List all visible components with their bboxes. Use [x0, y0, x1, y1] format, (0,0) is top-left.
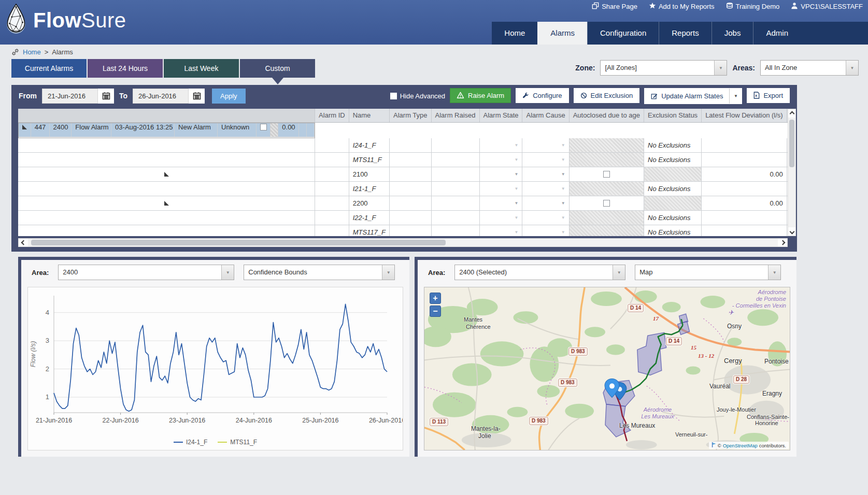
openstreetmap-link[interactable]: OpenStreetMap	[723, 443, 758, 448]
scrollbar-thumb[interactable]	[31, 240, 446, 245]
nav-tab-configuration[interactable]: Configuration	[587, 22, 659, 45]
openstreetmap-view[interactable]: D 14D 14D 983D 983D 983D 28D 113171513 -…	[424, 287, 790, 450]
chevron-down-icon[interactable]: ▼	[613, 265, 625, 280]
column-header[interactable]: Alarm State	[479, 109, 522, 122]
chart-view-select[interactable]: Confidence Bounds ▼	[244, 265, 395, 280]
zone-select[interactable]: [All Zones] ▼	[600, 60, 727, 76]
row-expander[interactable]	[18, 210, 315, 225]
zoom-in-button[interactable]: +	[430, 293, 441, 304]
breadcrumb-home-link[interactable]: Home	[23, 48, 41, 56]
zoom-out-button[interactable]: −	[430, 305, 441, 317]
chevron-down-icon[interactable]: ▼	[382, 265, 394, 280]
to-date-field[interactable]: 26-Jun-2016	[133, 89, 205, 104]
chevron-down-icon[interactable]: ▼	[515, 167, 519, 181]
toolbar-button-configure[interactable]: Configure	[516, 88, 568, 103]
chevron-down-icon[interactable]: ▼	[561, 153, 565, 167]
column-header[interactable]: Alarm Cause	[522, 109, 569, 122]
grid-vertical-scrollbar[interactable]	[788, 109, 796, 236]
legend-item-MTS11_F[interactable]: MTS11_F	[218, 439, 257, 446]
cell-alarm-cause[interactable]: ▼	[522, 210, 569, 225]
cell-alarm-cause[interactable]: ▼	[522, 181, 569, 196]
chart-area-select[interactable]: 2400 ▼	[58, 265, 234, 280]
alarm-row-MTS117_F[interactable]: MTS117_F▼▼No Exclusions	[18, 225, 788, 236]
chevron-down-icon[interactable]: ▼	[515, 211, 519, 225]
chevron-down-icon[interactable]: ▼	[561, 182, 565, 196]
toolbar-button-edit-exclusion[interactable]: Edit Exclusion	[574, 88, 640, 103]
checkbox[interactable]	[603, 171, 610, 178]
calendar-icon[interactable]	[98, 89, 114, 104]
grid-horizontal-scrollbar[interactable]	[18, 238, 788, 247]
chevron-down-icon[interactable]: ▼	[515, 138, 519, 152]
map-view-select[interactable]: Map ▼	[635, 265, 781, 280]
chevron-down-icon[interactable]: ▼	[561, 225, 565, 237]
scroll-left-button[interactable]	[19, 239, 28, 246]
column-header[interactable]: Latest Flow Deviation (l/s)	[702, 109, 787, 122]
header-link-add-reports[interactable]: Add to My Reports	[649, 2, 715, 11]
header-link-environment[interactable]: Training Demo	[726, 2, 780, 11]
cell-alarm-state[interactable]: ▼	[479, 196, 522, 210]
calendar-icon[interactable]	[189, 89, 205, 104]
nav-tab-alarms[interactable]: Alarms	[537, 22, 587, 45]
alarm-row-2100[interactable]: 2100▼▼0.00	[18, 167, 788, 181]
cell-alarm-state[interactable]: ▼	[479, 225, 522, 236]
toolbar-button-update-alarm-states[interactable]: Update Alarm States	[645, 89, 729, 104]
scroll-up-button[interactable]	[788, 109, 795, 118]
chevron-down-icon[interactable]: ▼	[561, 211, 565, 225]
cell-alarm-state[interactable]: ▼	[479, 167, 522, 181]
toolbar-button-raise-alarm[interactable]: Raise Alarm	[450, 88, 511, 103]
chevron-down-icon[interactable]: ▼	[714, 61, 727, 75]
chevron-down-icon[interactable]: ▼	[515, 153, 519, 167]
chevron-down-icon[interactable]: ▼	[515, 225, 519, 237]
cell-alarm-cause[interactable]: ▼	[522, 138, 569, 153]
row-expander[interactable]	[18, 181, 315, 196]
column-header[interactable]: Name	[349, 109, 389, 122]
range-tab-custom[interactable]: Custom	[240, 59, 315, 78]
column-header[interactable]: Autoclosed due to age	[569, 109, 644, 122]
column-header[interactable]: Alarm ID	[315, 109, 349, 122]
cell-alarm-state[interactable]: ▼	[479, 138, 522, 153]
expand-triangle-icon[interactable]	[164, 201, 169, 206]
cell-alarm-cause[interactable]: ▼	[522, 196, 569, 210]
row-expander[interactable]	[18, 225, 315, 236]
alarm-row-I22-1_F[interactable]: I22-1_F▼▼No Exclusions	[18, 210, 788, 225]
expand-triangle-icon[interactable]	[22, 125, 27, 129]
alarm-row-I21-1_F[interactable]: I21-1_F▼▼No Exclusions	[18, 181, 788, 196]
chevron-down-icon[interactable]: ▼	[561, 138, 565, 152]
cell-alarm-state[interactable]: New Alarm▼	[175, 123, 218, 137]
chevron-down-icon[interactable]: ▼	[515, 196, 519, 210]
chevron-down-icon[interactable]: ▼	[221, 265, 234, 280]
from-date-field[interactable]: 21-Jun-2016	[42, 89, 114, 104]
chevron-down-icon[interactable]: ▼	[209, 131, 214, 137]
alarm-row-2200[interactable]: 2200▼▼0.00	[18, 196, 788, 210]
alarm-row-MTS11_F[interactable]: MTS11_F▼▼No Exclusions	[18, 152, 788, 167]
range-tab-current-alarms[interactable]: Current Alarms	[11, 59, 87, 78]
scroll-right-button[interactable]	[778, 239, 787, 246]
row-expander[interactable]	[18, 167, 315, 181]
range-tab-last-24-hours[interactable]: Last 24 Hours	[88, 59, 163, 78]
row-expander[interactable]	[18, 196, 315, 210]
column-header[interactable]	[18, 109, 315, 122]
scroll-down-button[interactable]	[788, 227, 795, 236]
expand-triangle-icon[interactable]	[164, 172, 169, 177]
checkbox[interactable]	[260, 124, 267, 130]
column-header[interactable]: Alarm Type	[390, 109, 432, 122]
nav-tab-admin[interactable]: Admin	[753, 22, 801, 45]
cell-alarm-state[interactable]: ▼	[479, 181, 522, 196]
cell-alarm-state[interactable]: ▼	[479, 210, 522, 225]
alarm-row-I24-1_F[interactable]: I24-1_F▼▼No Exclusions	[18, 138, 788, 153]
cell-alarm-cause[interactable]: ▼	[522, 225, 569, 236]
scrollbar-thumb[interactable]	[789, 120, 794, 167]
toolbar-button-export[interactable]: xExport	[747, 88, 790, 103]
cell-alarm-state[interactable]: ▼	[479, 152, 522, 167]
alarm-row-2400[interactable]: 4472400Flow Alarm03-Aug-2016 13:25New Al…	[18, 123, 315, 138]
chevron-down-icon[interactable]: ▼	[561, 196, 565, 210]
checkbox[interactable]	[603, 200, 610, 207]
legend-item-I24-1_F[interactable]: I24-1_F	[174, 439, 207, 446]
row-expander[interactable]	[18, 138, 315, 153]
cell-alarm-cause[interactable]: ▼	[522, 152, 569, 167]
cell-autoclosed[interactable]	[569, 196, 644, 210]
header-link-user[interactable]: VPC1\SALESSTAFF	[791, 2, 863, 11]
chevron-down-icon[interactable]: ▼	[768, 265, 780, 280]
areas-select[interactable]: All In Zone ▼	[760, 60, 859, 76]
header-link-share[interactable]: Share Page	[592, 2, 637, 11]
